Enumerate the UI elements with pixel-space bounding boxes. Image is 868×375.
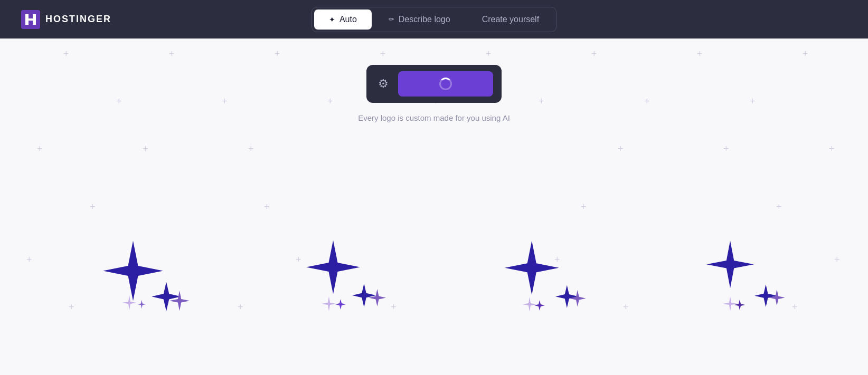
tab-describe-label: Describe logo (399, 15, 450, 24)
logo-text: HOSTINGER (45, 14, 111, 25)
plus-decoration: + (829, 144, 835, 153)
plus-decoration: + (222, 97, 228, 106)
plus-decoration: + (834, 255, 840, 264)
plus-decoration: + (37, 144, 43, 153)
tab-auto-label: Auto (339, 15, 357, 24)
logo: HOSTINGER (21, 10, 111, 29)
plus-decoration: + (697, 49, 703, 59)
plus-decoration: + (618, 144, 624, 153)
tab-auto[interactable]: ✦ Auto (314, 9, 372, 30)
star-group-2 (301, 225, 396, 333)
plus-decoration: + (90, 202, 96, 211)
plus-decoration: + (623, 302, 629, 312)
header: HOSTINGER ✦ Auto ✏ Describe logo Create … (0, 0, 868, 39)
generate-button[interactable] (398, 71, 493, 97)
star-group-1-svg (100, 225, 195, 331)
tab-describe[interactable]: ✏ Describe logo (374, 9, 465, 30)
plus-decoration: + (581, 202, 587, 211)
loading-spinner (439, 78, 452, 90)
plus-decoration: + (591, 49, 597, 59)
plus-decoration: + (26, 255, 32, 264)
plus-decoration: + (380, 49, 386, 59)
subtitle-text: Every logo is custom made for you using … (358, 113, 510, 122)
tab-create-label: Create yourself (482, 15, 540, 24)
nav-tabs: ✦ Auto ✏ Describe logo Create yourself (312, 7, 556, 32)
plus-decoration: + (327, 97, 333, 106)
plus-decoration: + (238, 302, 243, 312)
plus-decoration: + (296, 255, 301, 264)
star-group-3-svg (502, 225, 597, 331)
plus-decoration: + (539, 97, 544, 106)
auto-sparkle-icon: ✦ (329, 15, 335, 24)
gear-icon: ⚙ (378, 77, 389, 91)
plus-decoration: + (143, 144, 148, 153)
plus-decoration: + (723, 144, 729, 153)
pencil-icon: ✏ (389, 15, 394, 23)
star-group-3 (502, 225, 597, 333)
settings-button[interactable]: ⚙ (375, 74, 392, 94)
plus-decoration: + (248, 144, 254, 153)
main-content: + + + + + + + + + + + + + + + + + + + + … (0, 39, 868, 375)
plus-decoration: + (275, 49, 280, 59)
plus-decoration: + (486, 49, 492, 59)
star-group-2-svg (301, 225, 396, 331)
plus-decoration: + (750, 97, 756, 106)
hostinger-logo-icon (21, 10, 40, 29)
star-group-4 (702, 225, 797, 333)
tab-create-yourself[interactable]: Create yourself (467, 9, 554, 30)
star-group-1 (100, 225, 195, 333)
plus-decoration: + (63, 49, 69, 59)
controls-box: ⚙ (366, 65, 502, 103)
plus-decoration: + (264, 202, 270, 211)
star-group-4-svg (702, 225, 797, 331)
plus-decoration: + (169, 49, 175, 59)
plus-decoration: + (69, 302, 74, 312)
plus-decoration: + (116, 97, 122, 106)
plus-decoration: + (776, 202, 782, 211)
plus-decoration: + (803, 49, 808, 59)
plus-decoration: + (644, 97, 650, 106)
